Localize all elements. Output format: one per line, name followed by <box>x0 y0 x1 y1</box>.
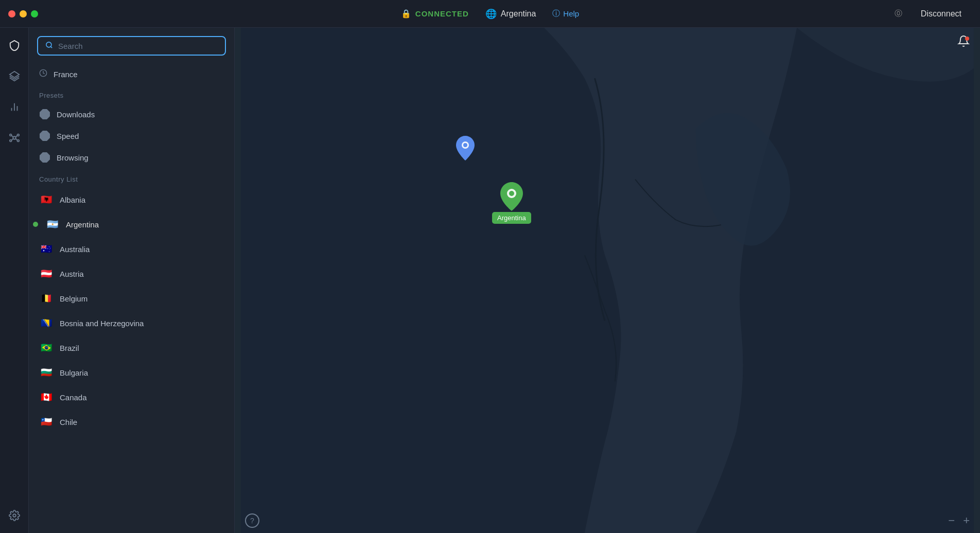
maximize-button[interactable] <box>31 10 38 17</box>
flag-austria: 🇦🇹 <box>39 266 54 281</box>
country-austria-label: Austria <box>60 270 84 278</box>
flag-canada: 🇨🇦 <box>39 390 54 404</box>
country-chile[interactable]: 🇨🇱 Chile <box>29 410 234 434</box>
zoom-in-button[interactable]: + <box>963 515 970 526</box>
svg-point-14 <box>46 42 51 47</box>
disconnect-button[interactable]: Disconnect <box>911 5 972 23</box>
connected-status: CONNECTED <box>415 9 469 18</box>
help-circle-icon: ⓘ <box>552 9 560 19</box>
country-albania-label: Albania <box>60 196 85 204</box>
svg-point-13 <box>13 514 16 517</box>
shield-counter: ⓪ <box>895 9 902 19</box>
map-svg <box>235 28 980 533</box>
svg-point-6 <box>17 134 19 136</box>
country-argentina-label: Argentina <box>66 220 99 229</box>
help-label: Help <box>563 9 579 18</box>
active-indicator <box>33 222 38 227</box>
svg-point-7 <box>9 140 11 142</box>
svg-line-9 <box>11 135 13 137</box>
flag-albania: 🇦🇱 <box>39 192 54 207</box>
globe-icon: 🌐 <box>485 8 497 20</box>
country-albania[interactable]: 🇦🇱 Albania <box>29 187 234 212</box>
preset-browsing[interactable]: Browsing <box>29 147 234 168</box>
svg-point-5 <box>9 134 11 136</box>
left-panel: France Presets Downloads Speed Browsing … <box>29 28 235 533</box>
preset-speed-icon <box>39 130 50 141</box>
minimize-button[interactable] <box>20 10 27 17</box>
country-brazil-label: Brazil <box>60 344 79 352</box>
titlebar-right: ⓪ Disconnect <box>895 5 972 23</box>
country-bosnia[interactable]: 🇧🇦 Bosnia and Herzegovina <box>29 311 234 335</box>
country-brazil[interactable]: 🇧🇷 Brazil <box>29 335 234 360</box>
flag-australia: 🇦🇺 <box>39 242 54 256</box>
presets-section-label: Presets <box>29 84 234 103</box>
sidebar-item-shield[interactable] <box>5 36 24 55</box>
country-belgium-label: Belgium <box>60 294 87 303</box>
clock-icon <box>39 69 47 79</box>
svg-point-21 <box>509 191 514 196</box>
close-button[interactable] <box>8 10 15 17</box>
country-belgium[interactable]: 🇧🇪 Belgium <box>29 286 234 311</box>
preset-browsing-icon <box>39 152 50 163</box>
svg-line-10 <box>15 135 17 137</box>
sidebar-item-settings[interactable] <box>5 506 24 525</box>
svg-point-8 <box>17 140 19 142</box>
svg-line-15 <box>50 46 52 48</box>
titlebar: 🔒 CONNECTED 🌐 Argentina ⓘ Help ⓪ Disconn… <box>0 0 980 28</box>
country-australia-label: Australia <box>60 245 90 254</box>
connected-badge: 🔒 CONNECTED <box>401 9 469 19</box>
country-list-section-label: Country List <box>29 168 234 187</box>
preset-browsing-label: Browsing <box>57 153 89 162</box>
sidebar-item-layers[interactable] <box>5 67 24 85</box>
zoom-controls: − + <box>948 515 970 526</box>
blue-map-pin <box>456 136 475 161</box>
preset-speed-label: Speed <box>57 132 79 140</box>
preset-downloads-icon <box>39 109 50 120</box>
search-box[interactable] <box>37 36 226 56</box>
country-canada-label: Canada <box>60 393 87 402</box>
svg-line-11 <box>11 138 13 140</box>
flag-bulgaria: 🇧🇬 <box>39 365 54 380</box>
preset-speed[interactable]: Speed <box>29 125 234 147</box>
preset-downloads[interactable]: Downloads <box>29 103 234 125</box>
recent-france-label: France <box>54 70 78 79</box>
map-bottom-bar: ? − + <box>235 508 980 533</box>
search-icon <box>45 41 53 50</box>
country-austria[interactable]: 🇦🇹 Austria <box>29 261 234 286</box>
country-bulgaria-label: Bulgaria <box>60 368 88 377</box>
zoom-out-button[interactable]: − <box>948 515 955 526</box>
preset-downloads-label: Downloads <box>57 110 95 119</box>
window-controls <box>8 10 38 17</box>
flag-bosnia: 🇧🇦 <box>39 316 54 330</box>
country-name: Argentina <box>501 9 536 19</box>
svg-point-19 <box>463 143 467 147</box>
sidebar-item-nodes[interactable] <box>5 129 24 147</box>
flag-argentina: 🇦🇷 <box>45 217 60 232</box>
search-wrap <box>29 28 234 64</box>
argentina-pin-label: Argentina <box>492 212 531 224</box>
argentina-map-pin: Argentina <box>492 182 531 224</box>
titlebar-center: 🔒 CONNECTED 🌐 Argentina ⓘ Help <box>401 8 579 20</box>
sidebar-item-stats[interactable] <box>5 98 24 116</box>
svg-line-12 <box>15 138 17 140</box>
flag-brazil: 🇧🇷 <box>39 341 54 355</box>
country-australia[interactable]: 🇦🇺 Australia <box>29 237 234 261</box>
lock-icon: 🔒 <box>401 9 411 19</box>
flag-chile: 🇨🇱 <box>39 415 54 429</box>
current-country-display: 🌐 Argentina <box>485 8 536 20</box>
country-argentina[interactable]: 🇦🇷 Argentina <box>29 212 234 237</box>
country-chile-label: Chile <box>60 418 77 427</box>
svg-point-22 <box>965 37 969 41</box>
country-bulgaria[interactable]: 🇧🇬 Bulgaria <box>29 360 234 385</box>
help-link[interactable]: ⓘ Help <box>552 9 579 19</box>
main-layout: France Presets Downloads Speed Browsing … <box>0 28 980 533</box>
flag-belgium: 🇧🇪 <box>39 291 54 306</box>
help-icon[interactable]: ? <box>245 513 259 528</box>
map-area: Argentina ? − + <box>235 28 980 533</box>
sidebar <box>0 28 29 533</box>
search-input[interactable] <box>58 42 218 50</box>
notification-bell[interactable] <box>957 35 970 50</box>
recent-france-item[interactable]: France <box>29 64 234 84</box>
country-bosnia-label: Bosnia and Herzegovina <box>60 319 144 328</box>
country-canada[interactable]: 🇨🇦 Canada <box>29 385 234 410</box>
